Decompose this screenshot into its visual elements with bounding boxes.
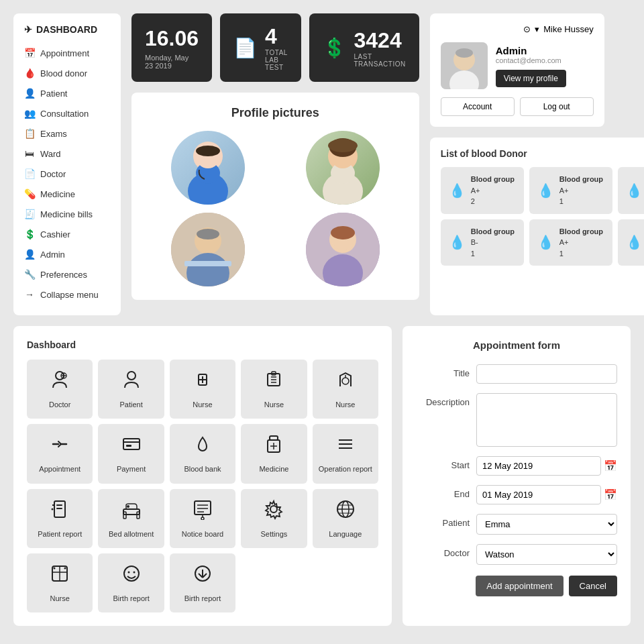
- blood-drop-icon-1: 💧: [537, 182, 554, 199]
- sidebar-item-preferences[interactable]: 🔧 Preferences: [13, 264, 121, 284]
- profile-img-2: [306, 131, 380, 205]
- sidebar-item-patient[interactable]: 👤 Patient: [13, 83, 121, 103]
- grid-item-settings[interactable]: Settings: [241, 489, 307, 548]
- end-calendar-icon[interactable]: 📅: [604, 488, 617, 501]
- grid-item-bed-allotment[interactable]: Bed allotment: [98, 489, 164, 548]
- sidebar-item-medicine-bills[interactable]: 🧾 Medicine bills: [13, 204, 121, 224]
- grid-item-blood-bank[interactable]: Blood bank: [170, 424, 235, 483]
- grid-label-nurse4: Nurse: [50, 594, 70, 603]
- view-profile-button[interactable]: View my profile: [496, 70, 566, 87]
- add-appointment-button[interactable]: Add appointment: [476, 576, 563, 596]
- sidebar-item-admin[interactable]: 👤 Admin: [13, 244, 121, 264]
- svg-point-21: [331, 226, 355, 239]
- svg-point-84: [133, 571, 135, 573]
- grid-label-language: Language: [329, 529, 362, 539]
- user-name: Admin: [496, 45, 566, 56]
- logout-button[interactable]: Log out: [520, 97, 594, 116]
- sidebar-item-exams[interactable]: 📋 Exams: [13, 123, 121, 144]
- settings-grid-icon: [263, 498, 284, 524]
- profile-img-1: [171, 131, 245, 205]
- blood-donor-icon: 🩸: [24, 68, 35, 78]
- grid-item-patient[interactable]: Patient: [98, 360, 164, 419]
- operation-report-grid-icon: [335, 433, 356, 459]
- blood-section: List of blood Donor 💧 Blood group A+ 2 💧: [430, 138, 644, 315]
- sidebar-item-consultation[interactable]: 👥 Consultation: [13, 103, 121, 123]
- admin-icon: 👤: [24, 249, 35, 260]
- grid-item-nurse3[interactable]: Nurse: [313, 360, 378, 419]
- grid-label-patient-report: Patient report: [38, 529, 82, 539]
- grid-label-blood-bank: Blood bank: [184, 464, 221, 474]
- svg-rect-46: [123, 439, 140, 449]
- form-actions: Add appointment Cancel: [416, 576, 617, 596]
- grid-label-settings: Settings: [261, 529, 288, 539]
- birth-report2-grid-icon: [192, 563, 213, 588]
- sidebar-item-collapse[interactable]: → Collapse menu: [13, 284, 121, 305]
- grid-label-nurse1: Nurse: [193, 400, 212, 409]
- svg-rect-16: [184, 261, 231, 266]
- grid-item-nurse2[interactable]: Nurse: [241, 360, 307, 419]
- grid-item-language[interactable]: Language: [313, 489, 378, 548]
- form-row-doctor: Doctor Watson Smith Jones: [416, 544, 617, 565]
- grid-item-nurse1[interactable]: Nurse: [170, 360, 235, 419]
- svg-rect-59: [56, 504, 62, 506]
- blood-info-0: Blood group A+ 2: [471, 174, 515, 207]
- start-date-input[interactable]: [476, 456, 601, 476]
- doctor-select[interactable]: Watson Smith Jones: [476, 544, 617, 565]
- sidebar-item-blood-donor[interactable]: 🩸 Blood donor: [13, 63, 121, 83]
- description-input[interactable]: [476, 393, 617, 447]
- grid-label-payment: Payment: [117, 464, 146, 474]
- svg-rect-48: [126, 445, 131, 447]
- svg-point-81: [64, 567, 66, 569]
- birth-report1-grid-icon: [121, 563, 142, 588]
- account-button[interactable]: Account: [441, 97, 515, 116]
- svg-point-40: [342, 378, 349, 384]
- svg-point-15: [197, 229, 219, 239]
- grid-label-nurse3: Nurse: [335, 400, 355, 409]
- grid-item-notice-board[interactable]: Notice board: [170, 489, 235, 548]
- cancel-button[interactable]: Cancel: [569, 576, 617, 596]
- lab-icon: 📄: [233, 37, 257, 59]
- grid-item-patient-report[interactable]: Patient report: [27, 489, 93, 548]
- blood-card-1: 💧 Blood group A+ 1: [529, 167, 612, 214]
- blood-info-3: Blood group B- 1: [471, 226, 515, 260]
- grid-item-nurse4[interactable]: Nurse: [27, 553, 93, 612]
- stat-transaction-label: LAST TRANSACTION: [354, 53, 406, 68]
- grid-item-birth-report1[interactable]: Birth report: [98, 553, 164, 612]
- stat-lab-card: 📄 4 TOTAL LAB TEST: [220, 13, 301, 82]
- stat-lab-number: 4: [265, 24, 287, 49]
- grid-item-doctor[interactable]: Doctor: [27, 360, 93, 419]
- end-date-input[interactable]: [476, 485, 601, 504]
- blood-drop-icon-0: 💧: [449, 182, 466, 199]
- exams-icon: 📋: [24, 128, 35, 139]
- sidebar-item-ward[interactable]: 🛏 Ward: [13, 144, 121, 164]
- grid-item-birth-report2[interactable]: Birth report: [170, 553, 235, 612]
- blood-info-4: Blood group A+ 1: [559, 226, 603, 260]
- user-info: Admin contact@demo.com View my profile: [496, 42, 566, 89]
- grid-item-medicine[interactable]: Medicine: [241, 424, 307, 483]
- grid-item-operation-report[interactable]: Operation report: [313, 424, 378, 483]
- payment-grid-icon: [121, 433, 142, 459]
- appointment-form-title: Appointment form: [416, 339, 617, 351]
- consultation-icon: 👥: [24, 108, 35, 119]
- start-label: Start: [416, 456, 470, 470]
- stats-row: 16.06 Monday, May 23 2019 📄 4 TOTAL LAB …: [131, 13, 419, 82]
- form-row-start: Start 📅: [416, 456, 617, 476]
- title-label: Title: [416, 364, 470, 378]
- sidebar-item-cashier[interactable]: 💲 Cashier: [13, 224, 121, 244]
- dashboard-panel: Dashboard Doctor: [13, 326, 392, 626]
- grid-item-appointment[interactable]: Appointment: [27, 424, 93, 483]
- icon-grid: Doctor Patient: [27, 360, 378, 612]
- svg-rect-60: [56, 508, 62, 509]
- patient-select[interactable]: Emma John Sarah: [476, 514, 617, 535]
- start-calendar-icon[interactable]: 📅: [604, 460, 617, 472]
- end-label: End: [416, 485, 470, 499]
- language-grid-icon: [335, 498, 356, 524]
- patient-icon: 👤: [24, 88, 35, 99]
- stat-transaction-card: 💲 3424 LAST TRANSACTION: [309, 13, 419, 82]
- title-input[interactable]: [476, 364, 617, 384]
- sidebar-item-appointment[interactable]: 📅 Appointment: [13, 43, 121, 63]
- sidebar-title: ✈ DASHBOARD: [13, 24, 121, 43]
- sidebar-item-doctor[interactable]: 📄 Doctor: [13, 164, 121, 184]
- sidebar-item-medicine[interactable]: 💊 Medicine: [13, 184, 121, 204]
- grid-item-payment[interactable]: Payment: [98, 424, 164, 483]
